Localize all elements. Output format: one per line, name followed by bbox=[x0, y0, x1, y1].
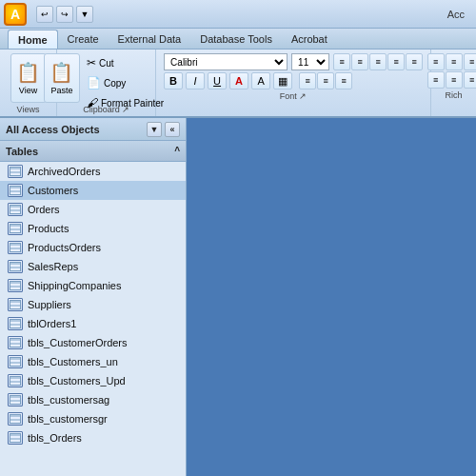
table-icon-inner bbox=[10, 433, 21, 443]
table-item[interactable]: Orders bbox=[0, 200, 186, 219]
table-icon-inner bbox=[10, 357, 21, 367]
cut-icon: ✂ bbox=[87, 56, 96, 69]
sidebar-list[interactable]: ArchivedOrdersCustomersOrdersProductsPro… bbox=[0, 162, 186, 476]
table-item-label: tbls_Orders bbox=[28, 432, 82, 444]
indent-more-button[interactable]: ≡ bbox=[317, 72, 334, 89]
table-icon-inner bbox=[10, 300, 21, 309]
table-icon bbox=[8, 184, 23, 197]
table-item-label: tbls_customersgr bbox=[28, 413, 108, 425]
table-item[interactable]: SalesReps bbox=[0, 257, 186, 276]
table-item-label: ArchivedOrders bbox=[28, 166, 100, 177]
view-label: View bbox=[19, 86, 37, 95]
align-left-button[interactable]: ≡ bbox=[333, 53, 350, 70]
rich-row1: ≡ ≡ ≡ bbox=[427, 53, 476, 70]
underline-button[interactable]: U bbox=[208, 72, 227, 89]
highlight-button[interactable]: A bbox=[251, 72, 270, 89]
views-group-label: Views bbox=[6, 105, 50, 114]
clipboard-expand-icon[interactable]: ↗ bbox=[122, 105, 129, 114]
table-item-label: tbls_Customers_Upd bbox=[28, 375, 126, 387]
table-item[interactable]: tbls_Orders bbox=[0, 428, 186, 447]
font-size-select[interactable]: 11 bbox=[291, 53, 329, 70]
table-icon-inner bbox=[10, 395, 21, 405]
table-item[interactable]: tbls_customersag bbox=[0, 390, 186, 409]
line-spacing-button[interactable]: ≡ bbox=[335, 72, 352, 89]
table-item[interactable]: ShippingCompanies bbox=[0, 276, 186, 295]
tab-home[interactable]: Home bbox=[8, 30, 58, 49]
table-item-label: Orders bbox=[28, 204, 60, 215]
redo-button[interactable]: ↪ bbox=[56, 6, 73, 23]
font-family-select[interactable]: Calibri bbox=[164, 53, 288, 70]
quick-access-toolbar: ↩ ↪ ▼ bbox=[36, 6, 93, 23]
table-item[interactable]: ArchivedOrders bbox=[0, 162, 186, 181]
paste-label: Paste bbox=[50, 86, 72, 95]
rich-btn-3[interactable]: ≡ bbox=[464, 53, 476, 70]
font-indent-group: ≡ ≡ ≡ bbox=[299, 72, 352, 89]
quick-access-dropdown[interactable]: ▼ bbox=[76, 6, 93, 23]
align-distributed-button[interactable]: ≡ bbox=[406, 53, 423, 70]
copy-icon: 📄 bbox=[87, 76, 101, 89]
undo-button[interactable]: ↩ bbox=[36, 6, 53, 23]
table-item[interactable]: Customers bbox=[0, 181, 186, 200]
table-item[interactable]: tbls_Customers_un bbox=[0, 352, 186, 371]
table-item-label: tbls_Customers_un bbox=[28, 356, 118, 367]
font-color-button[interactable]: A bbox=[229, 72, 248, 89]
table-item[interactable]: Suppliers bbox=[0, 295, 186, 314]
tables-expand-icon[interactable]: ^ bbox=[174, 146, 180, 156]
sidebar-search-icon[interactable]: ▼ bbox=[147, 122, 162, 137]
table-item[interactable]: tbls_customersgr bbox=[0, 409, 186, 428]
table-item-label: tbls_CustomerOrders bbox=[28, 337, 128, 348]
table-icon-inner bbox=[10, 243, 21, 252]
sidebar-collapse-icon[interactable]: « bbox=[165, 122, 180, 137]
tab-database-tools[interactable]: Database Tools bbox=[190, 30, 282, 49]
window-title: Acc bbox=[447, 9, 472, 20]
cut-button[interactable]: ✂ Cut bbox=[82, 53, 169, 72]
paste-icon: 📋 bbox=[50, 61, 73, 84]
paste-button[interactable]: 📋 Paste bbox=[44, 53, 80, 103]
font-expand-icon[interactable]: ↗ bbox=[299, 91, 307, 101]
table-item-label: SalesReps bbox=[28, 261, 78, 272]
view-icon: 📋 bbox=[16, 61, 40, 84]
grid-button[interactable]: ▦ bbox=[273, 72, 292, 89]
table-item[interactable]: Products bbox=[0, 219, 186, 238]
rich-btn-6[interactable]: ≡ bbox=[464, 71, 476, 89]
table-icon bbox=[8, 298, 23, 311]
table-item-label: Products bbox=[28, 223, 69, 234]
clipboard-content: 📋 Paste ✂ Cut 📄 Copy 🖌 Format Painter bbox=[44, 53, 169, 103]
rich-btn-1[interactable]: ≡ bbox=[427, 53, 445, 70]
font-align-group: ≡ ≡ ≡ ≡ ≡ bbox=[333, 53, 423, 70]
sidebar-header-label: All Access Objects bbox=[6, 124, 100, 135]
rich-btn-2[interactable]: ≡ bbox=[446, 53, 463, 70]
table-icon bbox=[8, 222, 23, 235]
table-item[interactable]: tbls_CustomerOrders bbox=[0, 333, 186, 352]
tab-create[interactable]: Create bbox=[58, 30, 109, 49]
table-icon bbox=[8, 412, 23, 426]
ribbon: 📋 View Views 📋 Paste ✂ Cut 📄 Copy bbox=[0, 50, 476, 118]
table-icon-inner bbox=[10, 167, 21, 176]
indent-less-button[interactable]: ≡ bbox=[299, 72, 316, 89]
tables-label: Tables bbox=[6, 146, 38, 157]
rich-group-label: Rich bbox=[446, 90, 463, 100]
table-item[interactable]: tbls_Customers_Upd bbox=[0, 371, 186, 390]
align-center-button[interactable]: ≡ bbox=[351, 53, 368, 70]
sidebar-header: All Access Objects ▼ « bbox=[0, 118, 186, 141]
table-item[interactable]: ProductsOrders bbox=[0, 238, 186, 257]
rich-btn-5[interactable]: ≡ bbox=[446, 71, 463, 89]
app-icon[interactable]: A bbox=[4, 3, 27, 26]
table-item[interactable]: tblOrders1 bbox=[0, 314, 186, 333]
table-icon-inner bbox=[10, 414, 21, 424]
tables-header: Tables ^ bbox=[0, 141, 186, 162]
view-button[interactable]: 📋 View bbox=[10, 53, 47, 103]
align-justify-button[interactable]: ≡ bbox=[387, 53, 405, 70]
italic-button[interactable]: I bbox=[186, 72, 205, 89]
align-right-button[interactable]: ≡ bbox=[369, 53, 387, 70]
table-icon bbox=[8, 355, 23, 368]
table-icon bbox=[8, 317, 23, 330]
tab-acrobat[interactable]: Acrobat bbox=[282, 30, 337, 49]
table-item-label: Customers bbox=[28, 185, 78, 196]
rich-row2: ≡ ≡ ≡ bbox=[427, 71, 476, 89]
rich-btn-4[interactable]: ≡ bbox=[427, 71, 445, 89]
tab-external-data[interactable]: External Data bbox=[109, 30, 191, 49]
copy-button[interactable]: 📄 Copy bbox=[82, 73, 169, 92]
views-content: 📋 View bbox=[10, 53, 47, 103]
table-icon bbox=[8, 393, 23, 407]
